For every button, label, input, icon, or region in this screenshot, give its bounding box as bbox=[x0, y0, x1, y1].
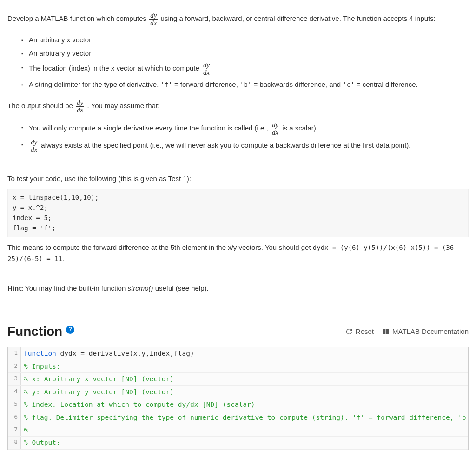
inputs-list: An arbitrary x vector An arbitrary y vec… bbox=[7, 33, 469, 91]
help-icon[interactable]: ? bbox=[66, 326, 74, 334]
line-number: 7 bbox=[8, 424, 21, 436]
list-item: dy dx always exists at the specified poi… bbox=[29, 137, 469, 155]
editor-row[interactable]: 4% y: Arbitrary y vector [ND] (vector) bbox=[8, 386, 468, 398]
code-line[interactable]: % flag: Delimiter specifying the type of… bbox=[21, 411, 468, 424]
line-number: 4 bbox=[8, 386, 21, 398]
code-line[interactable]: % bbox=[21, 424, 468, 436]
dydx-fraction: dy dx bbox=[76, 99, 84, 114]
dydx-fraction: dy dx bbox=[30, 139, 38, 153]
code-line[interactable]: % Inputs: bbox=[21, 360, 468, 372]
dydx-fraction: dy dx bbox=[149, 12, 158, 26]
editor-row[interactable]: 3% x: Arbitrary x vector [ND] (vector) bbox=[8, 373, 468, 385]
reset-button[interactable]: Reset bbox=[345, 326, 374, 337]
line-number: 6 bbox=[8, 411, 21, 424]
book-icon bbox=[382, 328, 390, 335]
dydx-fraction: dy dx bbox=[202, 62, 211, 76]
code-line[interactable]: % x: Arbitrary x vector [ND] (vector) bbox=[21, 373, 468, 385]
section-title-group: Function ? bbox=[7, 321, 74, 341]
code-line[interactable]: function dydx = derivative(x,y,index,fla… bbox=[21, 347, 468, 359]
hint-function: strcmp() bbox=[127, 284, 153, 292]
editor-row[interactable]: 7% bbox=[8, 424, 468, 437]
section-title: Function bbox=[7, 321, 62, 341]
test-intro: To test your code, use the following (th… bbox=[7, 173, 469, 184]
editor-row[interactable]: 2% Inputs: bbox=[8, 360, 468, 373]
list-item: You will only compute a single derivativ… bbox=[29, 120, 469, 137]
documentation-link[interactable]: MATLAB Documentation bbox=[382, 326, 469, 337]
output-paragraph: The output should be dy dx . You may ass… bbox=[7, 99, 469, 114]
line-number: 5 bbox=[8, 398, 21, 411]
editor-row[interactable]: 6% flag: Delimiter specifying the type o… bbox=[8, 411, 468, 424]
function-section-header: Function ? Reset MATLAB Documentation bbox=[7, 321, 469, 341]
code-line[interactable]: % Output: bbox=[21, 437, 468, 449]
assumptions-list: You will only compute a single derivativ… bbox=[7, 120, 469, 155]
intro-text-b: using a forward, backward, or central di… bbox=[161, 14, 436, 22]
code-line[interactable]: % y: Arbitrary y vector [ND] (vector) bbox=[21, 386, 468, 398]
line-number: 8 bbox=[8, 437, 21, 449]
list-item: The location (index) in the x vector at … bbox=[29, 60, 469, 78]
intro-text-a: Develop a MATLAB function which computes bbox=[7, 14, 148, 22]
line-number: 1 bbox=[8, 347, 21, 359]
line-number: 2 bbox=[8, 360, 21, 372]
hint-label: Hint: bbox=[7, 284, 23, 292]
line-number: 3 bbox=[8, 373, 21, 385]
list-item: An arbitrary y vector bbox=[29, 46, 469, 60]
test-explanation: This means to compute the forward differ… bbox=[7, 242, 469, 264]
editor-toolbar: Reset MATLAB Documentation bbox=[345, 326, 469, 337]
reset-icon bbox=[345, 328, 353, 335]
intro-paragraph: Develop a MATLAB function which computes… bbox=[7, 12, 469, 26]
dydx-fraction: dy dx bbox=[271, 122, 279, 136]
editor-row[interactable]: 1function dydx = derivative(x,y,index,fl… bbox=[8, 347, 468, 360]
editor-row[interactable]: 5% index: Location at which to compute d… bbox=[8, 398, 468, 411]
list-item: A string delimiter for the type of deriv… bbox=[29, 78, 469, 91]
editor-row[interactable]: 8% Output: bbox=[8, 437, 468, 449]
code-line[interactable]: % index: Location at which to compute dy… bbox=[21, 398, 468, 411]
hint-paragraph: Hint: You may find the built-in function… bbox=[7, 283, 469, 293]
list-item: An arbitrary x vector bbox=[29, 33, 469, 46]
code-editor[interactable]: 1function dydx = derivative(x,y,index,fl… bbox=[7, 347, 469, 450]
test-code-block: x = linspace(1,10,10); y = x.^2; index =… bbox=[7, 189, 469, 237]
